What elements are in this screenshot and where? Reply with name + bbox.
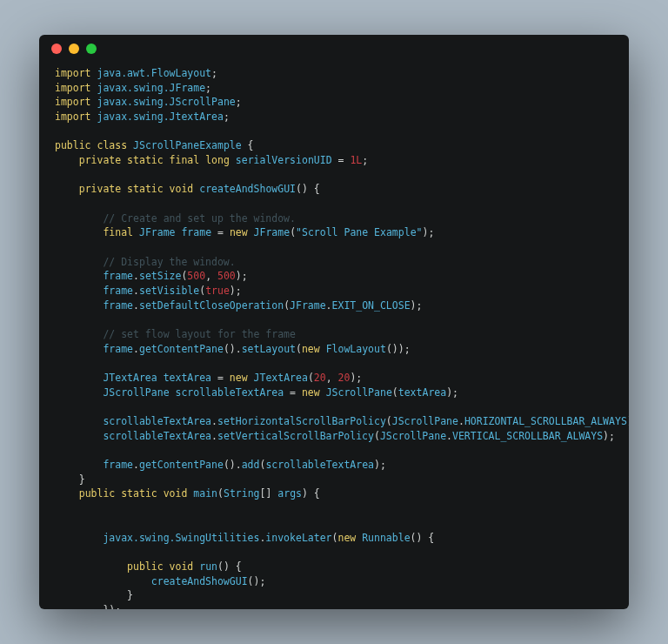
obj: frame — [103, 270, 133, 282]
kw-import: import — [55, 67, 91, 79]
param-type: String — [224, 487, 260, 500]
num: 500 — [217, 270, 236, 282]
call: invokeLater — [265, 532, 331, 544]
var: frame — [181, 226, 211, 238]
obj: frame — [103, 459, 133, 471]
kw-new: new — [230, 372, 248, 384]
comment: // set flow layout for the frame — [103, 328, 296, 340]
num: 20 — [314, 372, 326, 384]
obj: frame — [103, 285, 133, 297]
type: JTextArea — [103, 372, 157, 384]
ctor: FlowLayout — [326, 343, 386, 355]
pkg: javax.swing.JFrame — [97, 82, 205, 94]
kw-static: static — [127, 154, 164, 166]
const: EXIT_ON_CLOSE — [332, 299, 411, 312]
kw-final: final — [170, 154, 200, 166]
param-name: args — [277, 487, 302, 500]
ctor: JScrollPane — [326, 386, 392, 399]
pkg: javax.swing.JScrollPane — [97, 96, 235, 108]
arg: textArea — [398, 386, 446, 399]
ctor: JFrame — [254, 226, 291, 238]
kw-new: new — [230, 226, 248, 238]
kw-class: class — [97, 139, 127, 151]
call: setVerticalScrollBarPolicy — [217, 430, 374, 442]
var: textArea — [164, 372, 211, 384]
pkg: javax.swing.JtextArea — [97, 111, 223, 123]
call: add — [242, 459, 260, 471]
arg: scrollableTextArea — [265, 459, 374, 471]
call: createAndShowGUI — [151, 575, 248, 587]
kw-static: static — [121, 487, 157, 500]
call: setVisible — [139, 285, 199, 297]
kw-void: void — [164, 487, 188, 500]
kw-public: public — [127, 560, 164, 573]
const: VERTICAL_SCROLLBAR_ALWAYS — [452, 430, 603, 442]
obj: scrollableTextArea — [103, 430, 211, 442]
comment: // Create and set up the window. — [103, 212, 296, 225]
obj: frame — [103, 299, 133, 312]
kw-void: void — [170, 183, 194, 195]
kw-final: final — [103, 226, 133, 238]
kw-public: public — [79, 487, 116, 500]
call: setSize — [139, 270, 181, 282]
var: scrollableTextArea — [176, 386, 284, 399]
pkg: javax.swing.SwingUtilities — [103, 532, 259, 544]
kw-void: void — [170, 560, 194, 573]
kw-new: new — [302, 343, 320, 355]
kw-import: import — [55, 111, 91, 123]
num: 1L — [350, 154, 362, 166]
close-icon[interactable] — [51, 44, 62, 54]
ctor: Runnable — [362, 532, 410, 544]
cls: JScrollPane — [392, 415, 458, 427]
window-titlebar — [39, 35, 629, 63]
obj: scrollableTextArea — [103, 415, 211, 427]
kw-public: public — [55, 139, 91, 151]
code-block: import java.awt.FlowLayout; import javax… — [39, 63, 629, 609]
kw-import: import — [55, 96, 91, 108]
string: "Scroll Pane Example" — [296, 226, 422, 238]
call: setHorizontalScrollBarPolicy — [217, 415, 386, 427]
field: serialVersionUID — [236, 154, 332, 166]
kw-import: import — [55, 82, 91, 94]
comment: // Display the window. — [103, 256, 235, 268]
code-window: import java.awt.FlowLayout; import javax… — [39, 35, 629, 609]
cls: JScrollPane — [380, 430, 446, 442]
pkg: java.awt.FlowLayout — [97, 67, 211, 79]
num: 20 — [338, 372, 351, 384]
obj: frame — [103, 343, 133, 355]
kw-new: new — [337, 532, 356, 544]
method-name: createAndShowGUI — [199, 183, 296, 195]
kw-private: private — [79, 154, 121, 166]
method-name: main — [193, 487, 217, 500]
kw-new: new — [302, 386, 320, 399]
class-name: JScrollPaneExample — [133, 139, 242, 151]
call: getContentPane — [139, 343, 224, 355]
call: setDefaultCloseOperation — [139, 299, 284, 312]
call: getContentPane — [139, 459, 224, 471]
bool: true — [205, 285, 230, 297]
num: 500 — [187, 270, 205, 282]
type: JFrame — [139, 226, 176, 238]
const: HORIZONTAL_SCROLLBAR_ALWAYS — [464, 415, 627, 427]
minimize-icon[interactable] — [69, 44, 79, 54]
kw-private: private — [79, 183, 121, 195]
ctor: JTextArea — [254, 372, 308, 384]
method-name: run — [199, 560, 217, 573]
cls: JFrame — [290, 299, 326, 312]
kw-static: static — [127, 183, 164, 195]
maximize-icon[interactable] — [86, 44, 97, 54]
kw-long: long — [205, 154, 230, 166]
call: setLayout — [242, 343, 296, 355]
type: JScrollPane — [103, 386, 169, 399]
